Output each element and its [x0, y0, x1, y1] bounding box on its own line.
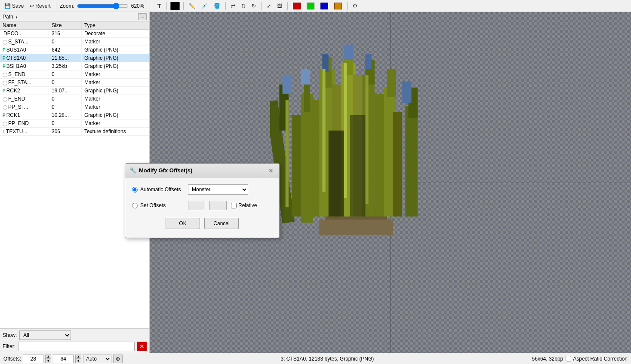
set-offset-x-input[interactable]	[188, 201, 205, 210]
table-row[interactable]: ◯PP_END 0 Marker	[0, 119, 149, 128]
flip-v-button[interactable]: ⇅	[240, 2, 247, 10]
cell-size: 0	[49, 119, 82, 128]
text-tool-button[interactable]: T	[156, 1, 163, 10]
svg-rect-22	[310, 100, 319, 216]
sprite-container	[270, 38, 442, 261]
col-header-size[interactable]: Size	[49, 21, 82, 30]
offset-x-input[interactable]	[23, 355, 43, 363]
dialog-body: Automatic Offsets Monster Weapon Player …	[125, 177, 279, 238]
aspect-ratio-checkbox[interactable]	[566, 356, 571, 361]
settings-button[interactable]: ⚙	[351, 2, 359, 10]
table-row[interactable]: PSUS1A0 642 Graphic (PNG)	[0, 46, 149, 54]
main-toolbar: 💾 Save ↩ Revert Zoom: 620% T ✏️ 💉 🪣 ⇄ ⇅ …	[0, 0, 631, 12]
pencil-tool-button[interactable]: ✏️	[187, 2, 197, 10]
relative-checkbox-label[interactable]: Relative	[231, 202, 257, 208]
cell-size: 306	[49, 128, 82, 136]
save-button[interactable]: 💾 Save	[3, 2, 25, 10]
set-offset-y-input[interactable]	[209, 201, 227, 210]
path-browse-button[interactable]: …	[138, 13, 147, 20]
table-row[interactable]: ◯S_STA... 0 Marker	[0, 38, 149, 46]
offset-x-up-button[interactable]: ▲	[45, 355, 51, 359]
separator-7	[287, 2, 288, 10]
table-row[interactable]: DECO... 316 Decorate	[0, 30, 149, 38]
cell-type: Marker	[81, 95, 149, 103]
flip-v-icon: ⇅	[241, 3, 246, 9]
cell-size: 316	[49, 30, 82, 38]
main-area: Path: / … Name Size Type DECO... 316 Dec…	[0, 12, 631, 353]
dialog-cancel-button[interactable]: Cancel	[204, 218, 239, 229]
set-offsets-radio[interactable]	[132, 203, 138, 208]
col-header-type[interactable]: Type	[81, 21, 149, 30]
dialog-icon: 🔧	[129, 167, 136, 174]
cell-size: 0	[49, 70, 82, 79]
set-offsets-label[interactable]: Set Offsets	[132, 202, 184, 208]
show-row: Show: All Graphics Markers	[3, 330, 147, 340]
table-row[interactable]: PRCK2 19.07... Graphic (PNG)	[0, 87, 149, 95]
rotate-button[interactable]: ↻	[250, 2, 258, 10]
zoom-slider[interactable]	[77, 3, 129, 9]
marker-icon: ◯	[3, 40, 7, 44]
center-offset-button[interactable]: ⊕	[113, 355, 123, 363]
auto-offsets-radio[interactable]	[132, 187, 138, 193]
file-info-status: 3: CTS1A0, 12133 bytes, Graphic (PNG)	[280, 356, 374, 362]
cell-size: 3.25kb	[49, 62, 82, 70]
foreground-color-swatch[interactable]	[170, 2, 180, 10]
cell-name: PBSH1A0	[0, 62, 49, 70]
offset-x-spin: ▲ ▼	[45, 355, 51, 363]
marker-icon: ◯	[3, 105, 7, 110]
zoom-value: 620%	[131, 3, 148, 9]
flip-h-button[interactable]: ⇄	[229, 2, 237, 10]
sprite-svg	[270, 38, 442, 236]
svg-rect-30	[329, 131, 344, 217]
left-panel-bottom: Show: All Graphics Markers Filter: ✕	[0, 328, 149, 353]
cell-name: ◯F_END	[0, 95, 49, 103]
svg-rect-29	[365, 75, 368, 204]
png-icon: P	[3, 48, 6, 52]
separator-2	[152, 2, 152, 10]
cell-name: PCTS1A0	[0, 54, 49, 62]
eyedropper-tool-button[interactable]: 💉	[200, 2, 209, 10]
cell-name: ◯S_STA...	[0, 38, 49, 46]
offset-mode-select[interactable]: Auto Manual	[83, 355, 111, 363]
path-bar: Path: / …	[0, 12, 149, 21]
table-row[interactable]: PCTS1A0 11.85... Graphic (PNG)	[0, 54, 149, 62]
table-row[interactable]: PRCK1 10.28... Graphic (PNG)	[0, 111, 149, 119]
table-row[interactable]: ◯FF_STA... 0 Marker	[0, 79, 149, 87]
cell-size: 0	[49, 95, 82, 103]
orange-palette-button[interactable]	[332, 2, 344, 10]
filter-input[interactable]	[18, 342, 135, 351]
cell-name: TTEXTU...	[0, 128, 49, 136]
convert-button[interactable]: 🖼	[275, 2, 284, 10]
revert-button[interactable]: ↩ Revert	[28, 2, 52, 10]
offset-x-down-button[interactable]: ▼	[45, 359, 51, 363]
monster-type-select[interactable]: Monster Weapon Player Item	[188, 184, 248, 195]
cell-type: Marker	[81, 70, 149, 79]
table-row[interactable]: ◯PP_ST... 0 Marker	[0, 103, 149, 111]
table-row[interactable]: TTEXTU... 306 Texture definitions	[0, 128, 149, 136]
table-row[interactable]: PBSH1A0 3.25kb Graphic (PNG)	[0, 62, 149, 70]
green-palette-button[interactable]	[305, 2, 316, 10]
fill-tool-button[interactable]: 🪣	[212, 2, 222, 10]
red-palette-button[interactable]	[291, 2, 302, 10]
blue-palette-button[interactable]	[319, 2, 330, 10]
auto-offsets-label[interactable]: Automatic Offsets	[132, 187, 184, 193]
relative-checkbox[interactable]	[231, 203, 237, 208]
table-row[interactable]: ◯F_END 0 Marker	[0, 95, 149, 103]
show-select[interactable]: All Graphics Markers	[19, 330, 71, 340]
cell-type: Marker	[81, 38, 149, 46]
show-label: Show:	[3, 332, 17, 338]
resize-button[interactable]: ⤢	[265, 2, 273, 10]
path-label: Path: /	[3, 14, 18, 20]
filter-clear-button[interactable]: ✕	[137, 342, 147, 351]
table-row[interactable]: ◯S_END 0 Marker	[0, 70, 149, 79]
col-header-name[interactable]: Name	[0, 21, 49, 30]
texture-icon: T	[3, 129, 5, 134]
cell-name: ◯PP_END	[0, 119, 49, 128]
offset-y-spin: ▲ ▼	[75, 355, 81, 363]
cell-name: PSUS1A0	[0, 46, 49, 54]
offset-y-up-button[interactable]: ▲	[75, 355, 81, 359]
dialog-ok-button[interactable]: OK	[166, 218, 200, 229]
offset-y-input[interactable]	[53, 355, 74, 363]
dialog-close-button[interactable]: ✕	[267, 167, 275, 174]
offset-y-down-button[interactable]: ▼	[75, 359, 81, 363]
